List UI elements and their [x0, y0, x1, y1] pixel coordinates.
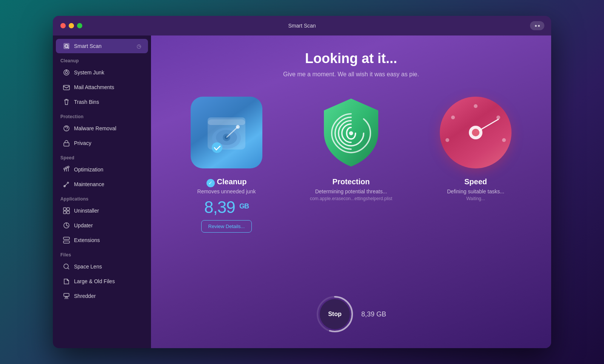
smart-scan-badge: ◷ — [137, 43, 141, 49]
sidebar-item-mail-attachments[interactable]: Mail Attachments — [56, 80, 148, 94]
svg-point-40 — [474, 104, 478, 108]
space-lens-icon — [63, 263, 70, 270]
svg-point-42 — [502, 138, 506, 142]
trash-bins-label: Trash Bins — [74, 99, 99, 105]
protection-card-title: Protection — [333, 177, 370, 186]
system-junk-icon — [63, 69, 70, 76]
trash-icon — [63, 98, 70, 106]
speedometer-wrapper — [440, 97, 512, 168]
sidebar-item-shredder[interactable]: Shredder — [56, 289, 148, 303]
system-junk-label: System Junk — [74, 69, 104, 76]
cleanup-section-label: Cleanup — [53, 54, 151, 65]
shield-wrapper — [315, 97, 387, 168]
bottom-size: 8,39 GB — [361, 310, 386, 318]
maintenance-icon — [63, 180, 70, 188]
sidebar-item-updater[interactable]: Updater — [56, 218, 148, 233]
cards-row: ✓ Cleanup Removes unneeded junk 8,39 GB … — [162, 97, 540, 233]
traffic-lights — [60, 23, 82, 28]
svg-point-43 — [451, 116, 455, 119]
svg-point-36 — [236, 125, 240, 129]
minimize-button[interactable] — [69, 23, 74, 28]
sidebar-item-optimization[interactable]: Optimization — [56, 162, 148, 177]
main-subtitle: Give me a moment. We all wish it was eas… — [283, 71, 419, 78]
titlebar: Smart Scan — [53, 16, 551, 35]
main-title: Looking at it... — [305, 51, 397, 66]
svg-point-14 — [66, 167, 67, 168]
protection-card-desc: Determining potential threats... — [315, 188, 387, 194]
svg-point-38 — [212, 142, 222, 153]
speed-card-title: Speed — [464, 177, 487, 186]
svg-line-25 — [68, 268, 69, 270]
sidebar-item-maintenance[interactable]: Maintenance — [56, 177, 148, 191]
applications-section-label: Applications — [53, 192, 151, 203]
updater-icon — [63, 222, 70, 229]
svg-line-27 — [65, 296, 66, 299]
protection-card: Protection Determining potential threats… — [294, 97, 408, 233]
shredder-label: Shredder — [74, 293, 96, 299]
protection-section-label: Protection — [53, 110, 151, 121]
optimization-label: Optimization — [74, 167, 103, 173]
cleanup-card-desc: Removes unneeded junk — [197, 188, 256, 194]
stop-button[interactable]: Stop — [320, 299, 350, 329]
svg-rect-6 — [63, 85, 69, 90]
svg-rect-37 — [208, 117, 245, 125]
maximize-button[interactable] — [77, 23, 82, 28]
shredder-icon — [63, 292, 70, 300]
files-section-label: Files — [53, 248, 151, 259]
privacy-label: Privacy — [74, 140, 91, 146]
optimization-icon — [63, 166, 70, 173]
svg-rect-18 — [67, 208, 69, 210]
malware-icon — [63, 125, 70, 132]
svg-rect-17 — [63, 208, 66, 210]
disk-icon — [202, 108, 251, 157]
protection-card-detail: com.apple.erasecon...ettingshelperd.plis… — [310, 196, 392, 201]
space-lens-label: Space Lens — [74, 264, 102, 270]
svg-point-5 — [66, 70, 67, 71]
sidebar-item-system-junk[interactable]: System Junk — [56, 65, 148, 80]
app-window: Smart Scan Smart Scan ◷ Cleanup — [53, 16, 551, 348]
sidebar-item-extensions[interactable]: Extensions — [56, 233, 148, 247]
mail-icon — [63, 83, 70, 91]
close-button[interactable] — [60, 23, 66, 28]
cleanup-check-icon: ✓ — [206, 179, 215, 187]
svg-rect-20 — [67, 211, 69, 214]
svg-point-44 — [445, 138, 449, 142]
updater-label: Updater — [74, 222, 93, 228]
svg-rect-9 — [64, 143, 69, 146]
uninstaller-icon — [63, 207, 70, 214]
smart-scan-label: Smart Scan — [74, 43, 102, 49]
svg-rect-26 — [64, 293, 69, 296]
cleanup-size: 8,39 GB — [204, 199, 249, 216]
svg-point-24 — [64, 264, 68, 268]
sidebar-item-privacy[interactable]: Privacy — [56, 136, 148, 150]
review-details-button[interactable]: Review Details... — [201, 220, 252, 233]
sidebar-item-space-lens[interactable]: Space Lens — [56, 259, 148, 274]
svg-rect-19 — [63, 211, 66, 214]
cleanup-card-title: Cleanup — [217, 177, 247, 186]
privacy-icon — [63, 139, 70, 147]
svg-rect-22 — [63, 237, 69, 239]
speed-section-label: Speed — [53, 151, 151, 162]
speed-card-desc: Defining suitable tasks... — [447, 188, 504, 194]
uninstaller-label: Uninstaller — [74, 208, 99, 214]
svg-rect-23 — [63, 241, 69, 243]
svg-point-4 — [65, 71, 68, 74]
smart-scan-icon — [63, 42, 70, 50]
cleanup-icon-wrapper — [191, 97, 262, 168]
sidebar-item-smart-scan[interactable]: Smart Scan ◷ — [56, 39, 148, 53]
speed-waiting: Waiting... — [466, 196, 485, 201]
svg-point-13 — [64, 168, 65, 170]
sidebar-item-uninstaller[interactable]: Uninstaller — [56, 204, 148, 218]
malware-removal-label: Malware Removal — [74, 125, 116, 131]
sidebar: Smart Scan ◷ Cleanup System Junk — [53, 35, 151, 348]
mail-attachments-label: Mail Attachments — [74, 84, 114, 90]
extensions-icon — [63, 236, 70, 244]
svg-line-29 — [67, 296, 68, 299]
options-button[interactable] — [530, 21, 544, 30]
maintenance-label: Maintenance — [74, 181, 104, 187]
sidebar-item-malware-removal[interactable]: Malware Removal — [56, 121, 148, 136]
sidebar-item-trash-bins[interactable]: Trash Bins — [56, 95, 148, 109]
speedometer-circle — [440, 97, 512, 168]
sidebar-item-large-old-files[interactable]: Large & Old Files — [56, 274, 148, 288]
bottom-area: Stop 8,39 GB — [316, 295, 386, 333]
